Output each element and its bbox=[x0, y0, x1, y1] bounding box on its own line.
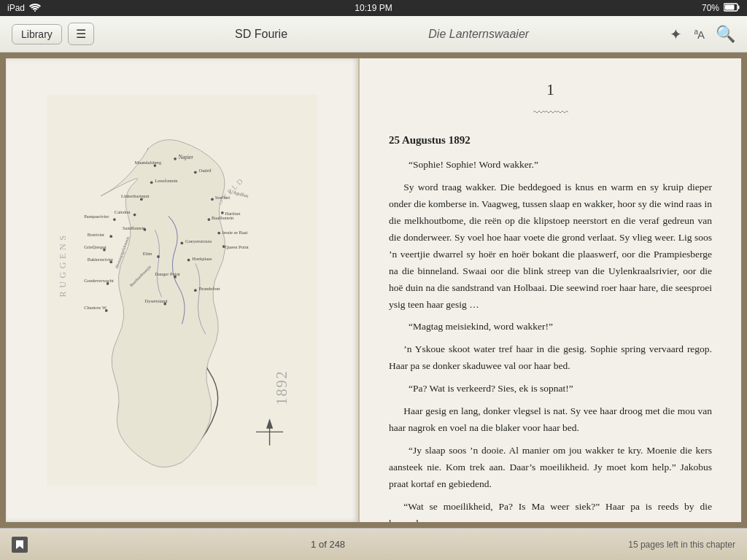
battery-label: 70% bbox=[702, 3, 719, 13]
svg-text:Botrivier: Botrivier bbox=[88, 232, 105, 237]
status-time: 10:19 PM bbox=[355, 3, 392, 13]
paragraph-5: “Pa? Wat is verkeerd? Sies, ek is sopnat… bbox=[389, 381, 712, 397]
nav-left: Library ☰ bbox=[12, 23, 94, 45]
svg-text:1892: 1892 bbox=[274, 370, 290, 405]
page-progress[interactable]: 1 of 248 bbox=[28, 539, 628, 550]
svg-rect-3 bbox=[725, 4, 735, 9]
paragraph-4: ’n Yskoue skoot water tref haar in die g… bbox=[389, 341, 712, 375]
svg-text:Danger Point: Danger Point bbox=[155, 271, 181, 276]
svg-text:Goedeverwacht: Goedeverwacht bbox=[84, 278, 114, 283]
svg-text:Linkerharteput: Linkerharteput bbox=[121, 193, 150, 198]
page-text: “Sophie! Sophie! Word wakker.” Sy word t… bbox=[389, 157, 712, 522]
svg-text:Hoekplaas: Hoekplaas bbox=[192, 255, 212, 260]
battery-icon bbox=[724, 3, 740, 14]
search-button[interactable]: 🔍 bbox=[716, 25, 735, 44]
svg-point-39 bbox=[157, 255, 160, 258]
paragraph-7: “Jy slaap soos ’n dooie. Al manier om jo… bbox=[389, 443, 712, 493]
nav-right: ✦ aA 🔍 bbox=[670, 25, 735, 44]
wifi-icon bbox=[29, 3, 41, 14]
svg-text:Dysertsland: Dysertsland bbox=[145, 298, 169, 303]
chapter-divider: 〰〰〰 bbox=[389, 106, 712, 120]
bottom-bar: 1 of 248 15 pages left in this chapter bbox=[0, 528, 747, 560]
svg-point-35 bbox=[221, 211, 224, 214]
book-title: Die Lanternswaaier bbox=[428, 28, 529, 41]
svg-point-56 bbox=[113, 218, 116, 221]
svg-text:Chantow W: Chantow W bbox=[84, 305, 107, 310]
svg-text:Maandalsberg: Maandalsberg bbox=[135, 160, 162, 165]
svg-text:Caledon: Caledon bbox=[115, 209, 131, 214]
svg-text:Baalfontein: Baalfontein bbox=[212, 215, 234, 220]
svg-text:Griefjiespat: Griefjiespat bbox=[84, 244, 107, 249]
device-label: iPad bbox=[7, 3, 25, 13]
svg-rect-2 bbox=[738, 5, 740, 9]
status-bar: iPad 10:19 PM 70% bbox=[0, 0, 747, 16]
svg-text:Napier: Napier bbox=[179, 154, 194, 160]
svg-text:Elim: Elim bbox=[143, 251, 152, 256]
svg-text:Goeyerstrouw: Goeyerstrouw bbox=[185, 238, 212, 244]
font-size-icon: aA bbox=[694, 28, 704, 41]
book-author: SD Fourie bbox=[235, 28, 287, 41]
svg-text:Jessie se Baai: Jessie se Baai bbox=[222, 230, 248, 235]
svg-text:Oudrif: Oudrif bbox=[199, 168, 212, 173]
map-image: RUGGENS STRANDVELD Napier bbox=[36, 95, 328, 486]
brightness-icon: ✦ bbox=[670, 26, 682, 43]
pages-left-label: 15 pages left in this chapter bbox=[628, 540, 735, 550]
status-left: iPad bbox=[7, 3, 41, 14]
chapter-date: 25 Augustus 1892 bbox=[389, 134, 712, 147]
svg-point-17 bbox=[133, 214, 136, 217]
search-icon: 🔍 bbox=[716, 25, 735, 44]
chapter-number: 1 bbox=[389, 80, 712, 99]
svg-point-23 bbox=[187, 259, 190, 262]
svg-point-33 bbox=[211, 198, 214, 201]
svg-point-13 bbox=[150, 181, 153, 184]
svg-point-37 bbox=[218, 232, 221, 235]
svg-point-21 bbox=[181, 241, 184, 244]
svg-point-27 bbox=[194, 289, 197, 292]
svg-text:Bakkersrivier: Bakkersrivier bbox=[88, 257, 114, 262]
svg-text:Soetfari: Soetfari bbox=[215, 195, 231, 200]
left-page: RUGGENS STRANDVELD Napier bbox=[6, 58, 360, 522]
font-size-button[interactable]: aA bbox=[694, 28, 704, 41]
book-container: RUGGENS STRANDVELD Napier bbox=[0, 52, 747, 528]
toc-button[interactable]: ☰ bbox=[68, 23, 94, 45]
bottom-left bbox=[12, 537, 28, 553]
svg-text:Leeufontein: Leeufontein bbox=[155, 178, 179, 183]
paragraph-3: “Magtag meisiekind, word wakker!” bbox=[389, 319, 712, 335]
page-indicator: 1 of 248 bbox=[311, 539, 345, 550]
svg-point-0 bbox=[34, 10, 36, 12]
status-right: 70% bbox=[702, 3, 740, 14]
paragraph-2: Sy word traag wakker. Die beddegoed is k… bbox=[389, 179, 712, 314]
toc-icon: ☰ bbox=[76, 28, 86, 40]
svg-text:Queen Point: Queen Point bbox=[225, 244, 249, 249]
paragraph-8: “Wat se moeilikheid, Pa? Is Ma weer siek… bbox=[389, 499, 712, 522]
svg-point-9 bbox=[194, 171, 197, 174]
svg-text:Pampasrivier: Pampasrivier bbox=[84, 214, 109, 219]
svg-text:Sandfontein: Sandfontein bbox=[123, 225, 146, 230]
library-button[interactable]: Library bbox=[12, 24, 62, 44]
svg-text:Hartlust: Hartlust bbox=[225, 210, 241, 215]
brightness-button[interactable]: ✦ bbox=[670, 26, 682, 43]
svg-point-58 bbox=[110, 235, 113, 238]
svg-text:Brandefont: Brandefont bbox=[199, 286, 220, 291]
paragraph-1: “Sophie! Sophie! Word wakker.” bbox=[389, 157, 712, 174]
right-page: 1 〰〰〰 25 Augustus 1892 “Sophie! Sophie! … bbox=[360, 58, 741, 522]
nav-bar: Library ☰ SD Fourie Die Lanternswaaier ✦… bbox=[0, 16, 747, 52]
map-area: RUGGENS STRANDVELD Napier bbox=[20, 73, 344, 508]
svg-point-7 bbox=[174, 158, 177, 160]
bookmark-icon[interactable] bbox=[12, 537, 28, 553]
svg-point-31 bbox=[208, 218, 211, 221]
svg-text:RUGGENS: RUGGENS bbox=[58, 232, 68, 297]
paragraph-6: Haar gesig en lang, donker vlegsel is na… bbox=[389, 403, 712, 437]
